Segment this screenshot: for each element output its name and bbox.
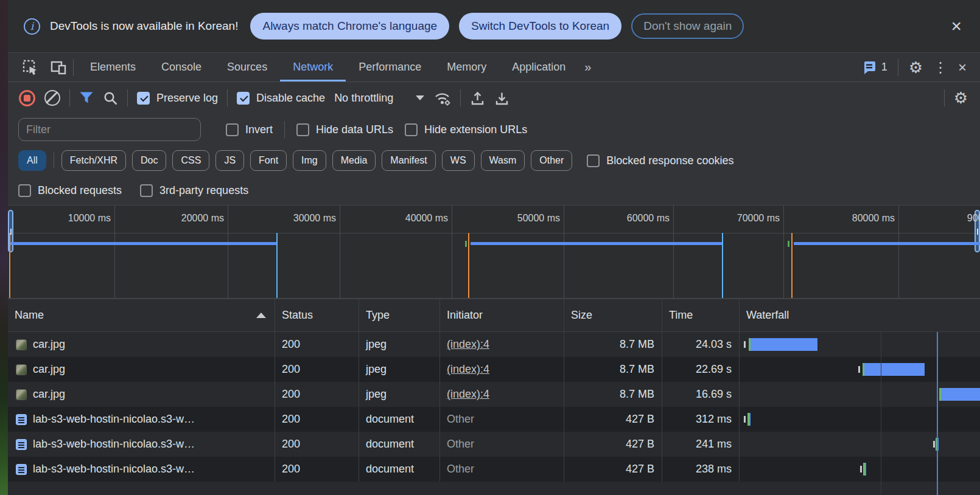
blocked-requests-checkbox[interactable] [18, 184, 31, 197]
column-header-size[interactable]: Size [564, 299, 662, 331]
filter-chip-wasm[interactable]: Wasm [481, 150, 525, 171]
filter-chip-css[interactable]: CSS [172, 150, 209, 171]
table-row[interactable]: car.jpg 200 jpeg (index):4 8.7 MB 16.69 … [8, 382, 980, 407]
hide-data-urls-toggle[interactable]: Hide data URLs [296, 123, 393, 136]
column-header-time[interactable]: Time [662, 299, 740, 331]
filter-input[interactable] [18, 118, 201, 141]
filter-chip-font[interactable]: Font [250, 150, 287, 171]
waterfall-bar[interactable] [863, 463, 866, 476]
inspect-element-button[interactable] [16, 53, 44, 81]
filter-chip-fetch-xhr[interactable]: Fetch/XHR [61, 150, 126, 171]
third-party-toggle[interactable]: 3rd-party requests [140, 184, 248, 197]
overview-request-bar [794, 242, 980, 245]
preserve-log-label: Preserve log [156, 92, 218, 105]
kebab-menu-icon[interactable]: ⋮ [933, 60, 948, 75]
throttling-dropdown[interactable]: No throttling [334, 92, 424, 105]
table-row[interactable]: car.jpg 200 jpeg (index):4 8.7 MB 22.69 … [8, 357, 980, 382]
device-toolbar-button[interactable] [44, 53, 73, 81]
hide-extension-urls-toggle[interactable]: Hide extension URLs [405, 123, 527, 136]
import-har-icon[interactable] [470, 91, 485, 106]
preserve-log-toggle[interactable]: Preserve log [137, 92, 218, 105]
network-settings-gear-icon[interactable]: ⚙ [954, 90, 968, 106]
always-match-language-button[interactable]: Always match Chrome's language [250, 13, 449, 40]
record-network-log-button[interactable] [19, 90, 35, 106]
filter-chip-manifest[interactable]: Manifest [382, 150, 435, 171]
cell-waterfall [740, 457, 980, 482]
cell-type: jpeg [359, 357, 440, 382]
dont-show-again-button[interactable]: Don't show again [631, 13, 744, 39]
waterfall-bar[interactable] [749, 338, 817, 351]
tab-console[interactable]: Console [149, 53, 214, 81]
cell-size: 427 B [564, 432, 662, 457]
filter-chip-other[interactable]: Other [531, 150, 572, 171]
devtools-screenshot: i DevTools is now available in Korean! A… [0, 0, 980, 495]
table-row[interactable]: lab-s3-web-hostin-nicolao.s3-w… 200 docu… [8, 432, 980, 457]
network-overview-timeline[interactable]: 10000 ms20000 ms30000 ms40000 ms50000 ms… [8, 205, 980, 299]
waterfall-queue-tick [744, 416, 746, 423]
hide-data-urls-checkbox[interactable] [296, 123, 309, 136]
table-row[interactable]: lab-s3-web-hostin-nicolao.s3-w… 200 docu… [8, 407, 980, 432]
clear-network-log-button[interactable] [44, 90, 60, 106]
initiator-link[interactable]: (index):4 [447, 388, 489, 401]
disable-cache-toggle[interactable]: Disable cache [237, 92, 325, 105]
filter-funnel-icon[interactable] [79, 91, 94, 105]
tab-application[interactable]: Application [499, 53, 578, 81]
overview-gridline [114, 206, 115, 298]
cell-waterfall [740, 382, 980, 407]
request-name: lab-s3-web-hostin-nicolao.s3-w… [33, 463, 195, 476]
waterfall-bar[interactable] [747, 413, 751, 426]
overview-tick-label: 10000 ms [68, 213, 111, 224]
blocked-requests-toggle[interactable]: Blocked requests [18, 184, 122, 197]
initiator-link[interactable]: (index):4 [447, 363, 489, 376]
waterfall-bar[interactable] [939, 388, 980, 401]
hide-extension-urls-label: Hide extension URLs [424, 123, 527, 136]
column-header-label: Name [15, 309, 44, 322]
cell-initiator: (index):4 [440, 332, 564, 357]
waterfall-queue-tick [933, 441, 935, 448]
settings-gear-icon[interactable]: ⚙ [909, 60, 923, 75]
blocked-cookies-checkbox[interactable] [587, 154, 600, 167]
overview-load-marker [468, 233, 469, 298]
filter-chip-media[interactable]: Media [332, 150, 376, 171]
hide-extension-urls-checkbox[interactable] [405, 123, 418, 136]
column-header-initiator[interactable]: Initiator [440, 299, 564, 331]
column-header-type[interactable]: Type [359, 299, 440, 331]
filter-chip-all[interactable]: All [18, 150, 46, 171]
tab-elements[interactable]: Elements [77, 53, 149, 81]
tabbar-right-controls: 1 ⚙ ⋮ × [862, 53, 980, 81]
overview-tick-label: 90000 ms [967, 213, 980, 224]
infobar-close-icon[interactable]: × [951, 17, 962, 35]
devtools-close-icon[interactable]: × [958, 60, 967, 75]
waterfall-bar[interactable] [863, 363, 925, 376]
overview-gridline [340, 206, 340, 298]
search-icon[interactable] [103, 91, 118, 106]
table-row[interactable]: car.jpg 200 jpeg (index):4 8.7 MB 24.03 … [8, 332, 980, 357]
filter-chip-js[interactable]: JS [215, 150, 244, 171]
invert-toggle[interactable]: Invert [226, 123, 273, 136]
initiator-link[interactable]: (index):4 [447, 338, 489, 351]
more-tabs-button[interactable]: » [578, 53, 597, 81]
column-header-status[interactable]: Status [275, 299, 359, 331]
switch-devtools-korean-button[interactable]: Switch DevTools to Korean [459, 13, 621, 40]
preserve-log-checkbox[interactable] [137, 92, 150, 105]
filter-chip-doc[interactable]: Doc [132, 150, 166, 171]
cell-name: lab-s3-web-hostin-nicolao.s3-w… [8, 407, 275, 432]
column-header-name[interactable]: Name [8, 299, 275, 331]
tab-network[interactable]: Network [280, 53, 346, 81]
tab-sources[interactable]: Sources [214, 53, 280, 81]
export-har-icon[interactable] [494, 91, 509, 106]
issues-counter[interactable]: 1 [862, 60, 887, 75]
filter-chip-img[interactable]: Img [293, 150, 326, 171]
tab-performance[interactable]: Performance [346, 53, 434, 81]
network-conditions-icon[interactable] [433, 90, 451, 106]
invert-checkbox[interactable] [226, 123, 239, 136]
blocked-cookies-toggle[interactable]: Blocked response cookies [587, 154, 733, 167]
overview-tick-label: 30000 ms [293, 213, 336, 224]
table-row[interactable]: lab-s3-web-hostin-nicolao.s3-w… 200 docu… [8, 457, 980, 482]
column-header-waterfall[interactable]: Waterfall [740, 299, 980, 331]
hide-data-urls-label: Hide data URLs [316, 123, 393, 136]
filter-chip-ws[interactable]: WS [442, 150, 475, 171]
disable-cache-checkbox[interactable] [237, 92, 250, 105]
third-party-checkbox[interactable] [140, 184, 153, 197]
tab-memory[interactable]: Memory [434, 53, 499, 81]
